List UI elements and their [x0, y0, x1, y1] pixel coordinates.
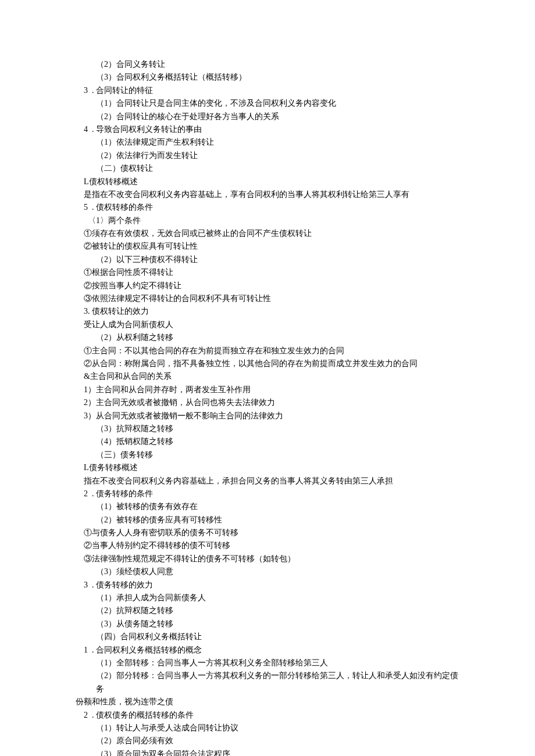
text-line: （1）被转移的债务有效存在 [76, 500, 459, 513]
text-line: 2 . 债务转移的条件 [76, 488, 459, 500]
document-body: （2）合同义务转让（3）合同权利义务概括转让（概括转移）3 . 合同转让的特征（… [76, 58, 459, 756]
text-line: （二）债权转让 [76, 162, 459, 175]
text-line: 3 . 合同转让的特征 [76, 84, 459, 97]
text-line: 1 . 合同权利义务概括转移的概念 [76, 644, 459, 657]
text-line: （1）合同转让只是合同主体的变化，不涉及合同权利义务内容变化 [76, 97, 459, 110]
text-line: 3. 债权转让的效力 [76, 305, 459, 318]
text-line: （1）依法律规定而产生权利转让 [76, 136, 459, 149]
text-line: （3）抗辩权随之转移 [76, 422, 459, 435]
text-line: ①主合同：不以其他合同的存在为前提而独立存在和独立发生效力的合同 [76, 345, 459, 357]
text-line: L债权转移概述 [76, 175, 459, 188]
text-line: ①根据合同性质不得转让 [76, 266, 459, 279]
text-line: （3）从债务随之转移 [76, 618, 459, 630]
text-line: （4）抵销权随之转移 [76, 435, 459, 448]
text-line: ②被转让的债权应具有可转让性 [76, 240, 459, 253]
text-line: 5 . 债权转移的条件 [76, 201, 459, 214]
text-line: 2 . 债权债务的概括转移的条件 [76, 709, 459, 722]
text-line: ②按照当事人约定不得转让 [76, 280, 459, 292]
text-line: （2）从权利随之转移 [76, 331, 459, 344]
text-line: ②当事人特别约定不得转移的债不可转移 [76, 539, 459, 552]
text-line: （2）以下三种债权不得转让 [76, 253, 459, 266]
text-line: ③法律强制性规范规定不得转让的债务不可转移（如转包） [76, 553, 459, 565]
text-line: 3 . 债务转移的效力 [76, 579, 459, 592]
text-line: （四）合同权利义务概括转让 [76, 630, 459, 643]
text-line: （2）抗辩权随之转移 [76, 604, 459, 617]
text-line: （2）被转移的债务应具有可转移性 [76, 514, 459, 526]
text-line: （1）转让人与承受人达成合同转让协议 [76, 722, 459, 734]
text-line: （2）合同义务转让 [76, 58, 459, 71]
text-line: ③依照法律规定不得转让的合同权利不具有可转让性 [76, 292, 459, 305]
text-line: ②从合同：称附属合同，指不具备独立性，以其他合同的存在为前提而成立并发生效力的合… [76, 357, 459, 370]
text-line: （2）原合同必须有效 [76, 734, 459, 747]
text-line: （2）部分转移：合同当事人一方将其权利义务的一部分转移给第三人，转让人和承受人如… [76, 669, 459, 696]
text-line: （2）合同转让的核心在于处理好各方当事人的关系 [76, 110, 459, 123]
text-line: 是指在不改变合同权利义务内容基础上，享有合同权利的当事人将其权利转让给第三人享有 [76, 188, 459, 201]
text-line: L债务转移概述 [76, 461, 459, 474]
text-line: 份额和性质，视为连带之债 [76, 696, 459, 708]
text-line: 4 . 导致合同权利义务转让的事由 [76, 123, 459, 136]
text-line: 〈1〉两个条件 [76, 214, 459, 227]
text-line: （三）债务转移 [76, 449, 459, 461]
text-line: （3）须经债权人同意 [76, 565, 459, 578]
text-line: 1）主合同和从合同并存时，两者发生互补作用 [76, 384, 459, 396]
text-line: 2）主合同无效或者被撤销，从合同也将失去法律效力 [76, 396, 459, 409]
text-line: （1）全部转移：合同当事人一方将其权利义务全部转移给第三人 [76, 657, 459, 669]
text-line: &主合同和从合同的关系 [76, 370, 459, 383]
text-line: 受让人成为合同新债权人 [76, 318, 459, 331]
text-line: 3）从合同无效或者被撤销一般不影响主合同的法律效力 [76, 410, 459, 422]
text-line: （2）依法律行为而发生转让 [76, 149, 459, 162]
text-line: （3）原合同为双务合同符合法定程序 [76, 748, 459, 756]
text-line: （3）合同权利义务概括转让（概括转移） [76, 71, 459, 84]
text-line: ①与债务人人身有密切联系的债务不可转移 [76, 526, 459, 539]
text-line: ①须存在有效债权，无效合同或已被终止的合同不产生债权转让 [76, 227, 459, 240]
text-line: （1）承担人成为合同新债务人 [76, 592, 459, 604]
text-line: 指在不改变合同权利义务内容基础上，承担合同义务的当事人将其义务转由第三人承担 [76, 475, 459, 488]
